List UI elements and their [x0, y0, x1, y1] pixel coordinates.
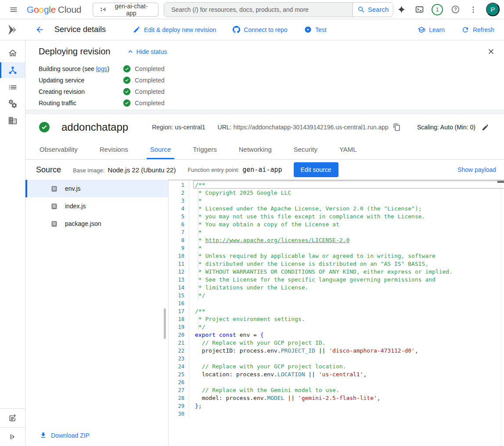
back-arrow-icon: [35, 25, 44, 34]
graduation-cap-icon: [418, 26, 425, 34]
code-line: * You may obtain a copy of the License a…: [184, 221, 339, 228]
line-number: 25: [169, 371, 184, 378]
file-item-env.js[interactable]: env.js: [25, 180, 168, 197]
account-avatar[interactable]: P: [486, 3, 500, 16]
file-icon: [50, 185, 58, 193]
step-label: Updating service: [39, 77, 123, 84]
code-line: projectID: process.env.PROJECT_ID || 'di…: [184, 347, 418, 355]
nav-cloud-run-button[interactable]: [0, 62, 25, 78]
code-line: * Unless required by applicable law or a…: [184, 252, 436, 260]
code-row: 3 *: [169, 197, 504, 205]
tab-revisions[interactable]: Revisions: [96, 140, 132, 159]
code-row: 26: [169, 378, 504, 386]
line-number: 27: [169, 386, 184, 394]
code-row: 27 // Replace with the Gemini model to u…: [169, 386, 504, 394]
cloud-shell-button[interactable]: [411, 2, 427, 18]
code-line: * http://www.apache.org/licenses/LICENSE…: [184, 236, 349, 244]
nav-list-button[interactable]: [0, 79, 25, 96]
gemini-button[interactable]: [393, 2, 409, 18]
connect-repo-button[interactable]: Connect to repo: [233, 26, 288, 33]
code-line: * you may not use this file except in co…: [184, 213, 425, 221]
tab-triggers[interactable]: Triggers: [189, 140, 220, 159]
code-editor[interactable]: 1/**2 * Copyright 2025 Google LLC3 *4 * …: [168, 180, 504, 446]
hide-status-button[interactable]: Hide status: [127, 48, 167, 55]
download-zip-button[interactable]: Download ZIP: [40, 432, 90, 439]
tab-security[interactable]: Security: [290, 140, 321, 159]
refresh-button[interactable]: Refresh: [461, 26, 494, 34]
tab-source[interactable]: Source: [147, 140, 175, 159]
region-label: Region:: [152, 124, 173, 131]
entry-point-info: Function entry point: gen-ai-app: [187, 166, 282, 174]
step-status-text: Completed: [135, 65, 165, 72]
close-status-button[interactable]: [487, 47, 495, 57]
code-row: 24 // Replace with your GCP project loca…: [169, 363, 504, 371]
logs-link[interactable]: logs: [96, 65, 108, 72]
file-panel-scrollbar[interactable]: [164, 308, 166, 339]
file-panel: env.js index.js package.json Download ZI…: [25, 180, 168, 446]
pencil-icon: [133, 26, 140, 33]
test-button[interactable]: Test: [304, 26, 327, 33]
service-region: Region: us-central1: [152, 124, 205, 131]
page-title: Service details: [54, 25, 106, 34]
expand-rail-button[interactable]: [0, 427, 25, 446]
entry-point-value: gen-ai-app: [242, 166, 282, 174]
tab-yaml[interactable]: YAML: [336, 140, 360, 159]
tab-networking[interactable]: Networking: [235, 140, 275, 159]
topbar-actions: 1 ? P: [393, 2, 500, 18]
nav-organization-button[interactable]: [0, 112, 25, 129]
more-options-button[interactable]: [465, 2, 481, 18]
active-sessions-button[interactable]: 1: [429, 2, 445, 18]
code-row: 17/**: [169, 307, 504, 315]
help-button[interactable]: ?: [447, 2, 463, 18]
nav-admin-button[interactable]: [0, 96, 25, 112]
copy-url-button[interactable]: [393, 123, 401, 131]
line-number: 23: [169, 355, 184, 363]
learn-button[interactable]: Learn: [418, 26, 445, 34]
cloud-run-chevrons-icon: [6, 23, 19, 36]
tab-observability[interactable]: Observability: [36, 140, 81, 159]
show-payload-link[interactable]: Show payload: [457, 166, 496, 173]
code-line: *: [184, 228, 202, 236]
release-notes-button[interactable]: [0, 408, 25, 427]
cloud-run-logo: [0, 23, 25, 36]
base-image-value: Node.js 22 (Ubuntu 22): [108, 166, 176, 174]
code-line: /**: [184, 181, 205, 189]
main-menu-button[interactable]: [6, 2, 22, 18]
code-row: 25 location: process.env.LOCATION || 'us…: [169, 371, 504, 378]
step-label: Building source (see logs): [39, 65, 123, 72]
back-button[interactable]: [32, 22, 47, 38]
code-row: 10 * Unless required by applicable law o…: [169, 252, 504, 260]
line-number: 5: [169, 213, 184, 221]
file-item-package.json[interactable]: package.json: [25, 215, 168, 232]
refresh-icon: [461, 26, 469, 34]
code-row: 18 * Project environment settings.: [169, 315, 504, 323]
nav-home-button[interactable]: [0, 45, 25, 61]
edit-deploy-button[interactable]: Edit & deploy new revision: [133, 26, 216, 33]
file-item-index.js[interactable]: index.js: [25, 197, 168, 215]
base-image-label: Base image:: [73, 167, 104, 174]
project-picker[interactable]: gen-ai-chat-app: [93, 3, 158, 17]
editor-scrollbar-track[interactable]: [501, 180, 501, 446]
deploy-step: Building source (see logs) Completed: [39, 63, 504, 75]
step-status-text: Completed: [135, 88, 165, 95]
file-name: package.json: [65, 220, 101, 227]
file-icon: [50, 203, 58, 210]
search-input[interactable]: [164, 3, 353, 17]
more-vert-icon: [469, 5, 478, 14]
line-number: 9: [169, 244, 184, 252]
global-search: Search: [164, 2, 393, 17]
home-icon: [8, 48, 18, 58]
service-tabs: ObservabilityRevisionsSourceTriggersNetw…: [25, 140, 504, 160]
google-letter: o: [34, 4, 39, 14]
code-line: * Project environment settings.: [184, 315, 305, 323]
code-row: 15 */: [169, 292, 504, 300]
line-number: 18: [169, 315, 184, 323]
entry-point-label: Function entry point:: [187, 167, 239, 173]
hamburger-icon: [9, 5, 18, 14]
session-count-badge: 1: [432, 4, 443, 15]
file-name: env.js: [65, 185, 81, 192]
search-button[interactable]: Search: [353, 3, 393, 17]
edit-scaling-button[interactable]: [482, 124, 489, 131]
service-actions: Edit & deploy new revision Connect to re…: [133, 26, 327, 33]
edit-source-button[interactable]: Edit source: [294, 162, 338, 177]
